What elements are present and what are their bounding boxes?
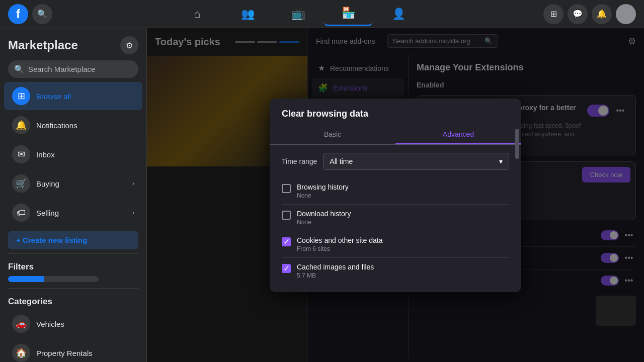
home-icon: ⌂ [194, 8, 200, 21]
download-history-sub: None [297, 219, 351, 226]
property-rentals-label: Property Rentals [36, 349, 134, 357]
divider-2 [8, 288, 138, 289]
friends-icon: 👥 [241, 8, 255, 21]
dialog-body: Time range All time ▾ Browsing history N… [270, 145, 521, 292]
time-range-label: Time range [282, 157, 317, 165]
cached-info: Cached images and files 5.7 MB [297, 263, 374, 279]
main-layout: Marketplace ⚙ 🔍 ⊞ Browse all 🔔 Notificat… [0, 28, 644, 362]
filters-section-title: Filters [0, 258, 146, 274]
selling-icon: 🏷 [12, 204, 30, 222]
vehicles-label: Vehicles [36, 320, 134, 328]
sidebar-item-notifications[interactable]: 🔔 Notifications [4, 111, 142, 139]
chevron-right-icon-selling: › [132, 209, 134, 216]
inbox-label: Inbox [36, 150, 134, 159]
vehicles-icon: 🚗 [12, 315, 30, 333]
browsing-history-title: Browsing history [297, 183, 349, 191]
browsing-history-checkbox[interactable] [282, 184, 291, 193]
download-history-title: Download history [297, 210, 351, 218]
watch-icon: 📺 [291, 8, 305, 21]
notifications-button[interactable]: 🔔 [592, 4, 612, 24]
clear-item-browsing-history: Browsing history None [282, 178, 509, 205]
marketplace-icon: 🏪 [342, 7, 355, 20]
cached-sub: 5.7 MB [297, 272, 374, 279]
facebook-logo[interactable]: f [8, 4, 28, 24]
nav-friends[interactable]: 👥 [223, 2, 272, 26]
sidebar-title: Marketplace [8, 38, 78, 52]
search-icon: 🔍 [37, 9, 47, 19]
download-history-info: Download history None [297, 210, 351, 226]
buying-icon: 🛒 [12, 174, 30, 193]
marketplace-sidebar: Marketplace ⚙ 🔍 ⊞ Browse all 🔔 Notificat… [0, 28, 147, 362]
chevron-right-icon: › [132, 180, 134, 187]
divider [8, 253, 138, 254]
bell-icon: 🔔 [597, 9, 607, 19]
sidebar-item-buying[interactable]: 🛒 Buying › [4, 169, 142, 198]
sidebar-title-row: Marketplace ⚙ [0, 32, 146, 56]
search-input[interactable] [28, 65, 132, 73]
nav-watch[interactable]: 📺 [274, 2, 322, 26]
clear-item-download-history: Download history None [282, 205, 509, 231]
grid-icon: ⊞ [550, 9, 557, 19]
scrollbar-track [515, 129, 519, 292]
time-range-select[interactable]: All time ▾ [323, 153, 509, 170]
messenger-icon: 💬 [573, 9, 583, 19]
groups-icon: 👤 [392, 8, 406, 21]
browse-all-icon: ⊞ [12, 87, 30, 105]
create-listing-button[interactable]: + Create new listing [8, 231, 138, 249]
buying-label: Buying [36, 179, 126, 188]
notifications-icon: 🔔 [12, 116, 30, 134]
dialog-backdrop: Clear browsing data Basic Advanced Time … [147, 28, 644, 362]
top-nav-right: ⊞ 💬 🔔 [543, 4, 636, 24]
notifications-label: Notifications [36, 121, 134, 130]
top-nav: f 🔍 ⌂ 👥 📺 🏪 👤 ⊞ 💬 🔔 [0, 0, 644, 28]
sidebar-item-vehicles[interactable]: 🚗 Vehicles [4, 310, 142, 338]
clear-item-cookies: ✓ Cookies and other site data From 6 sit… [282, 231, 509, 258]
cookies-sub: From 6 sites [297, 245, 382, 252]
tab-basic[interactable]: Basic [270, 125, 395, 144]
messenger-button[interactable]: 💬 [568, 4, 588, 24]
sidebar-item-property-rentals[interactable]: 🏠 Property Rentals [4, 339, 142, 362]
grid-menu-button[interactable]: ⊞ [543, 4, 564, 24]
download-history-checkbox[interactable] [282, 211, 291, 220]
scrollbar-thumb[interactable] [515, 129, 519, 159]
property-rentals-icon: 🏠 [12, 344, 30, 362]
chevron-down-icon: ▾ [499, 157, 503, 165]
user-avatar[interactable] [616, 4, 636, 24]
cookies-info: Cookies and other site data From 6 sites [297, 236, 382, 252]
sidebar-item-inbox[interactable]: ✉ Inbox [4, 140, 142, 168]
cookies-title: Cookies and other site data [297, 236, 382, 244]
settings-button[interactable]: ⚙ [120, 36, 138, 54]
browse-all-label: Browse all [36, 92, 134, 101]
time-range-value: All time [330, 157, 353, 165]
search-icon: 🔍 [14, 64, 24, 74]
selling-label: Selling [36, 209, 126, 217]
cached-checkbox[interactable]: ✓ [282, 264, 291, 273]
top-nav-center: ⌂ 👥 📺 🏪 👤 [173, 2, 423, 26]
nav-marketplace[interactable]: 🏪 [324, 2, 372, 26]
clear-browsing-dialog: Clear browsing data Basic Advanced Time … [270, 99, 521, 292]
main-content: Today's picks Find more add-ons Search a [147, 28, 644, 362]
cookies-checkbox[interactable]: ✓ [282, 237, 291, 246]
gear-icon: ⚙ [126, 41, 133, 50]
clear-item-cached: ✓ Cached images and files 5.7 MB [282, 258, 509, 284]
sidebar-item-browse-all[interactable]: ⊞ Browse all [4, 82, 142, 110]
sidebar-item-selling[interactable]: 🏷 Selling › [4, 199, 142, 227]
nav-home[interactable]: ⌂ [173, 2, 221, 26]
dialog-tabs: Basic Advanced [270, 125, 521, 145]
nav-groups[interactable]: 👤 [374, 2, 423, 26]
search-bar[interactable]: 🔍 [8, 60, 138, 78]
search-button[interactable]: 🔍 [32, 4, 52, 24]
browsing-history-sub: None [297, 192, 349, 199]
tab-advanced[interactable]: Advanced [395, 125, 521, 144]
dialog-title: Clear browsing data [270, 99, 521, 119]
browsing-history-info: Browsing history None [297, 183, 349, 199]
cached-title: Cached images and files [297, 263, 374, 271]
inbox-icon: ✉ [12, 145, 30, 163]
categories-section-title: Categories [0, 293, 146, 309]
time-range-row: Time range All time ▾ [282, 153, 509, 170]
top-nav-left: f 🔍 [8, 4, 52, 24]
